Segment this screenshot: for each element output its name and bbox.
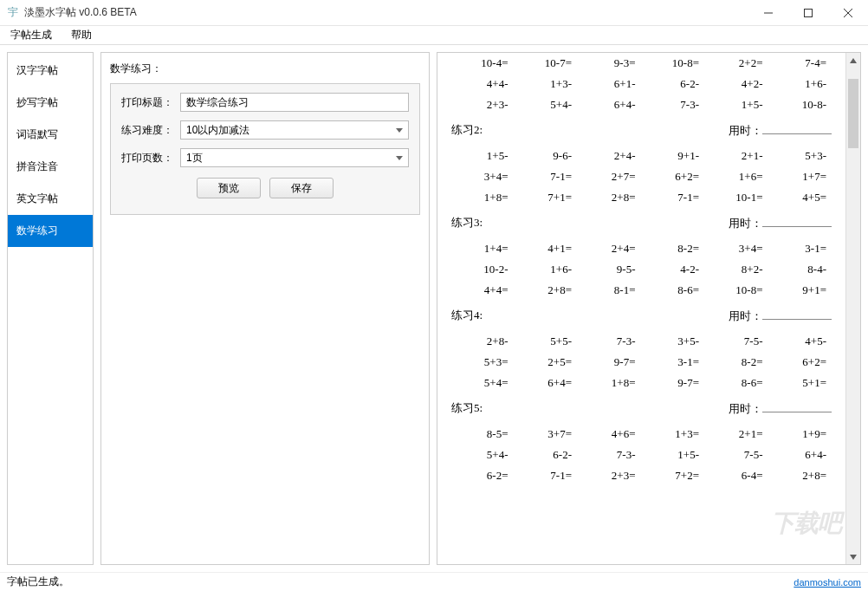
exercise-cell: 4-2- (643, 263, 705, 276)
exercise-cell: 1+4= (451, 242, 514, 256)
exercise-cell: 1+8= (579, 376, 641, 390)
exercise-cell: 6+4- (770, 448, 832, 462)
exercise-cell: 9-6- (515, 149, 578, 163)
close-button[interactable] (828, 0, 868, 26)
exercise-cell: 3+7= (515, 427, 578, 441)
exercise-cell: 10-8- (770, 98, 832, 112)
exercise-group: 练习1:用时：10-4=10-7=9-3=10-8=2+2=7-4=4+4-1+… (446, 53, 837, 112)
exercise-cell: 6-2= (451, 469, 514, 483)
exercise-cell: 9-7= (579, 355, 641, 369)
exercise-cell: 4+1= (515, 242, 578, 256)
exercise-cell: 6-2- (515, 448, 578, 462)
scroll-down-button[interactable] (846, 549, 860, 564)
exercise-cell: 9+1= (770, 283, 832, 297)
sidebar-item-math[interactable]: 数学练习 (8, 215, 93, 247)
exercise-cell: 3-1= (770, 242, 832, 256)
exercise-cell: 7-3- (579, 334, 641, 348)
menu-help[interactable]: 帮助 (66, 26, 97, 44)
exercise-row: 10-2-1+6-9-5-4-2-8+2-8-4- (451, 263, 832, 276)
sidebar-item-dictation[interactable]: 词语默写 (8, 119, 93, 151)
exercise-row: 5+4=6+4=1+8=9-7=8-6=5+1= (451, 376, 832, 390)
exercise-cell: 7+1= (515, 191, 578, 205)
exercise-row: 3+4=7-1=2+7=6+2=1+6=1+7= (451, 170, 832, 184)
save-button[interactable]: 保存 (269, 178, 334, 198)
preview-button[interactable]: 预览 (197, 178, 261, 198)
exercise-cell: 4+4- (451, 77, 514, 91)
sidebar-item-pinyin[interactable]: 拼音注音 (8, 151, 93, 183)
difficulty-select[interactable]: 10以内加减法 (180, 120, 409, 140)
exercise-cell: 2+3- (451, 98, 514, 112)
maximize-button[interactable] (788, 0, 828, 26)
exercise-cell: 7-3- (643, 98, 705, 112)
exercise-cell: 8+2- (706, 263, 768, 276)
exercise-cell: 5+4= (451, 376, 514, 390)
exercise-cell: 8-2= (706, 355, 768, 369)
pages-select[interactable]: 1页 (180, 148, 409, 167)
sidebar: 汉字字帖 抄写字帖 词语默写 拼音注音 英文字帖 数学练习 (7, 52, 94, 565)
difficulty-value: 10以内加减法 (186, 123, 249, 138)
exercise-cell: 3-1= (643, 355, 705, 369)
exercise-cell: 10-4= (451, 56, 514, 70)
exercise-cell: 7-5- (706, 334, 768, 348)
exercise-cell: 7-3- (579, 448, 641, 462)
app-title: 淡墨水字帖 v0.0.6 BETA (24, 5, 137, 20)
exercise-row: 1+8=7+1=2+8=7-1=10-1=4+5= (451, 191, 832, 205)
exercise-cell: 5+4- (451, 448, 514, 462)
exercise-label: 练习5: (451, 400, 483, 417)
exercise-cell: 2+8= (579, 191, 641, 205)
exercise-cell: 1+7= (770, 170, 832, 184)
exercise-cell: 5+1= (770, 376, 832, 390)
exercise-cell: 6-2- (643, 77, 705, 91)
exercise-row: 2+3-5+4-6+4-7-3-1+5-10-8- (451, 98, 832, 112)
exercise-cell: 3+4= (706, 242, 768, 256)
exercise-label: 练习3: (451, 215, 483, 231)
exercise-cell: 2+5= (515, 355, 578, 369)
title-label: 打印标题： (121, 95, 180, 110)
exercise-cell: 5+3= (451, 355, 514, 369)
exercise-cell: 1+9= (770, 427, 832, 441)
exercise-label: 练习2: (451, 122, 483, 139)
exercise-cell: 6+4= (515, 376, 578, 390)
scrollbar[interactable] (845, 53, 860, 564)
sidebar-item-copy[interactable]: 抄写字帖 (8, 87, 93, 119)
app-icon: 宇 (7, 7, 19, 19)
status-link[interactable]: danmoshui.com (794, 577, 861, 588)
exercise-cell: 1+3- (515, 77, 578, 91)
timer-label: 用时： (729, 122, 832, 139)
scroll-up-button[interactable] (846, 53, 860, 68)
exercise-cell: 3+4= (451, 170, 514, 184)
exercise-cell: 9-7= (643, 376, 705, 390)
exercise-cell: 6+1- (579, 77, 641, 91)
menu-generate[interactable]: 字帖生成 (5, 26, 57, 44)
exercise-cell: 1+3= (643, 427, 705, 441)
exercise-row: 1+4=4+1=2+4=8-2=3+4=3-1= (451, 242, 832, 256)
exercise-group: 练习4:用时：2+8-5+5-7-3-3+5-7-5-4+5-5+3=2+5=9… (446, 308, 837, 390)
timer-label: 用时： (729, 215, 832, 231)
minimize-button[interactable] (748, 0, 788, 26)
exercise-cell: 8-6= (643, 283, 705, 297)
exercise-cell: 1+5- (706, 98, 768, 112)
pages-label: 打印页数： (121, 151, 180, 166)
status-message: 字帖已生成。 (7, 575, 69, 589)
preview-content: 练习1:用时：10-4=10-7=9-3=10-8=2+2=7-4=4+4-1+… (437, 53, 845, 564)
svg-marker-4 (850, 58, 857, 63)
exercise-cell: 7-4= (770, 56, 832, 70)
exercise-cell: 7-1= (515, 469, 578, 483)
exercise-cell: 2+1= (706, 427, 768, 441)
exercise-cell: 2+2= (706, 56, 768, 70)
exercise-row: 5+3=2+5=9-7=3-1=8-2=6+2= (451, 355, 832, 369)
title-input[interactable] (180, 93, 409, 112)
chevron-down-icon (396, 128, 403, 133)
scroll-thumb[interactable] (848, 79, 858, 148)
exercise-cell: 5+5- (515, 334, 578, 348)
sidebar-item-english[interactable]: 英文字帖 (8, 183, 93, 215)
exercise-row: 10-4=10-7=9-3=10-8=2+2=7-4= (451, 56, 832, 70)
exercise-cell: 4+2- (706, 77, 768, 91)
sidebar-item-hanzi[interactable]: 汉字字帖 (8, 55, 93, 87)
exercise-cell: 8-2= (643, 242, 705, 256)
exercise-row: 8-5=3+7=4+6=1+3=2+1=1+9= (451, 427, 832, 441)
exercise-label: 练习4: (451, 308, 483, 324)
exercise-cell: 2+4= (579, 242, 641, 256)
exercise-cell: 10-1= (706, 191, 768, 205)
exercise-group: 练习3:用时：1+4=4+1=2+4=8-2=3+4=3-1=10-2-1+6-… (446, 215, 837, 297)
